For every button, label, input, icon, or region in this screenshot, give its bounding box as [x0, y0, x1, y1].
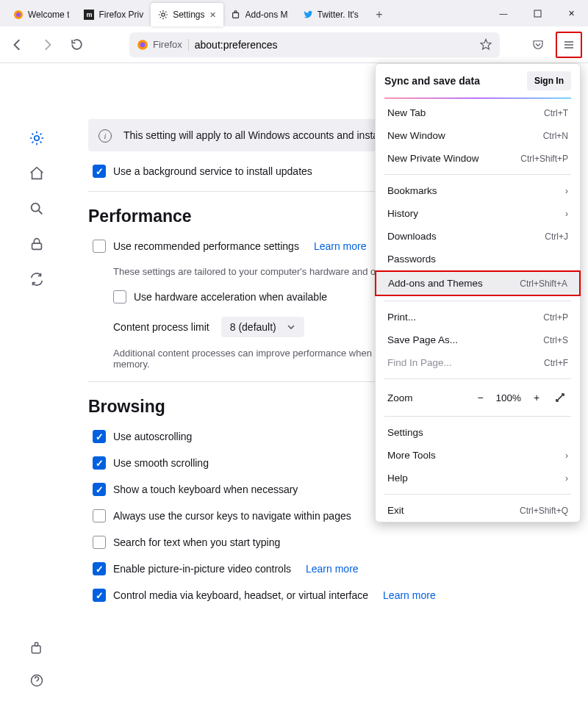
pocket-button[interactable] — [526, 33, 550, 57]
checkbox-icon[interactable] — [93, 483, 106, 496]
twitter-icon — [303, 10, 313, 20]
checkbox-icon[interactable] — [93, 562, 106, 575]
menu-bookmarks[interactable]: Bookmarks› — [376, 179, 580, 202]
menu-zoom-row: Zoom − 100% + — [376, 384, 580, 412]
svg-rect-10 — [32, 243, 42, 249]
tab-twitter[interactable]: Twitter. It's — [295, 3, 366, 26]
media-control-row[interactable]: Control media via keyboard, headset, or … — [93, 589, 566, 602]
close-tab-icon[interactable]: ✕ — [209, 10, 216, 20]
learn-more-link[interactable]: Learn more — [314, 240, 367, 252]
menu-save-page[interactable]: Save Page As...Ctrl+S — [376, 328, 580, 351]
navigation-toolbar: Firefox — [0, 26, 588, 63]
tab-welcome[interactable]: Welcome t — [6, 3, 76, 26]
search-on-type-row[interactable]: Search for text when you start typing — [93, 536, 566, 549]
app-menu-panel: Sync and save data Sign In New TabCtrl+T… — [375, 63, 581, 522]
svg-rect-4 — [234, 11, 237, 13]
puzzle-icon — [231, 10, 241, 20]
checkbox-icon[interactable] — [113, 290, 126, 303]
menu-new-private-window[interactable]: New Private WindowCtrl+Shift+P — [376, 147, 580, 170]
star-icon[interactable] — [479, 38, 492, 51]
menu-settings[interactable]: Settings — [376, 421, 580, 444]
maximize-button[interactable] — [520, 0, 554, 26]
new-tab-button[interactable]: + — [369, 4, 390, 25]
checkbox-icon[interactable] — [93, 589, 106, 602]
sidebar-home[interactable] — [28, 165, 46, 182]
sidebar-extensions[interactable] — [28, 639, 46, 657]
sync-title: Sync and save data — [384, 75, 480, 87]
identity-label: Firefox — [153, 39, 182, 50]
menu-downloads[interactable]: DownloadsCtrl+J — [376, 225, 580, 248]
back-button[interactable] — [6, 33, 29, 57]
app-menu-button[interactable] — [556, 32, 582, 58]
checkbox-label: Always use the cursor keys to navigate w… — [113, 510, 351, 522]
zoom-in-button[interactable]: + — [528, 389, 545, 406]
checkbox-label: Use hardware acceleration when available — [134, 291, 327, 303]
checkbox-icon[interactable] — [93, 430, 106, 443]
checkbox-label: Use a background service to install upda… — [113, 165, 312, 177]
m-icon: m — [84, 10, 94, 20]
sidebar-search[interactable] — [28, 200, 46, 218]
close-window-button[interactable]: ✕ — [554, 0, 588, 26]
learn-more-link[interactable]: Learn more — [383, 589, 436, 601]
sidebar-general[interactable] — [28, 129, 46, 147]
sidebar-sync[interactable] — [28, 270, 46, 288]
menu-addons-themes[interactable]: Add-ons and ThemesCtrl+Shift+A — [375, 270, 581, 296]
svg-point-8 — [35, 136, 39, 140]
process-limit-label: Content process limit — [113, 321, 209, 333]
checkbox-label: Use autoscrolling — [113, 431, 192, 442]
forward-button[interactable] — [35, 33, 59, 57]
tab-label: Firefox Priv — [98, 10, 143, 20]
fullscreen-button[interactable] — [552, 389, 568, 406]
menu-history[interactable]: History› — [376, 202, 580, 225]
pip-row[interactable]: Enable picture-in-picture video controls… — [93, 562, 566, 575]
checkbox-icon[interactable] — [93, 536, 106, 549]
sidebar-privacy[interactable] — [28, 235, 46, 253]
chevron-right-icon: › — [565, 209, 568, 219]
menu-new-window[interactable]: New WindowCtrl+N — [376, 124, 580, 147]
tab-addons[interactable]: Add-ons M — [223, 3, 295, 26]
checkbox-label: Use smooth scrolling — [113, 457, 209, 469]
menu-more-tools[interactable]: More Tools› — [376, 444, 580, 467]
process-limit-select[interactable]: 8 (default) — [221, 317, 304, 337]
checkbox-icon[interactable] — [93, 456, 106, 470]
tab-strip: Welcome t m Firefox Priv Settings ✕ Add-… — [0, 0, 588, 26]
checkbox-icon[interactable] — [93, 509, 106, 522]
tab-label: Settings — [173, 10, 204, 20]
url-bar[interactable]: Firefox — [129, 32, 500, 57]
url-input[interactable] — [195, 39, 473, 51]
chevron-right-icon: › — [565, 473, 568, 484]
tab-label: Add-ons M — [245, 10, 288, 20]
gradient-separator — [384, 98, 571, 98]
svg-rect-5 — [534, 10, 541, 17]
checkbox-icon[interactable] — [93, 240, 106, 253]
chevron-right-icon: › — [565, 450, 568, 461]
learn-more-link[interactable]: Learn more — [306, 563, 359, 575]
menu-help[interactable]: Help› — [376, 467, 580, 489]
minimize-button[interactable]: — — [487, 0, 520, 26]
info-icon: i — [98, 129, 112, 143]
chevron-right-icon: › — [565, 186, 568, 196]
menu-print[interactable]: Print...Ctrl+P — [376, 306, 580, 328]
menu-exit[interactable]: ExitCtrl+Shift+Q — [376, 499, 580, 522]
firefox-icon — [13, 10, 24, 20]
zoom-label: Zoom — [387, 392, 413, 403]
select-value: 8 (default) — [230, 321, 276, 333]
menu-find-in-page[interactable]: Find In Page...Ctrl+F — [376, 351, 580, 374]
svg-point-1 — [16, 12, 21, 17]
firefox-icon — [137, 39, 148, 51]
checkbox-label: Control media via keyboard, headset, or … — [113, 589, 368, 601]
sign-in-button[interactable]: Sign In — [527, 71, 571, 90]
tab-privacy[interactable]: m Firefox Priv — [76, 3, 151, 26]
sidebar-help[interactable] — [28, 672, 46, 689]
menu-passwords[interactable]: Passwords — [376, 248, 580, 270]
checkbox-icon[interactable] — [93, 165, 106, 178]
tab-settings[interactable]: Settings ✕ — [151, 3, 223, 26]
checkbox-label: Use recommended performance settings — [113, 240, 299, 252]
reload-button[interactable] — [65, 33, 88, 57]
zoom-out-button[interactable]: − — [472, 389, 488, 406]
identity-box[interactable]: Firefox — [137, 39, 189, 51]
svg-point-7 — [140, 42, 146, 47]
menu-new-tab[interactable]: New TabCtrl+T — [376, 101, 580, 124]
chevron-down-icon — [287, 323, 295, 331]
svg-rect-12 — [35, 643, 38, 646]
